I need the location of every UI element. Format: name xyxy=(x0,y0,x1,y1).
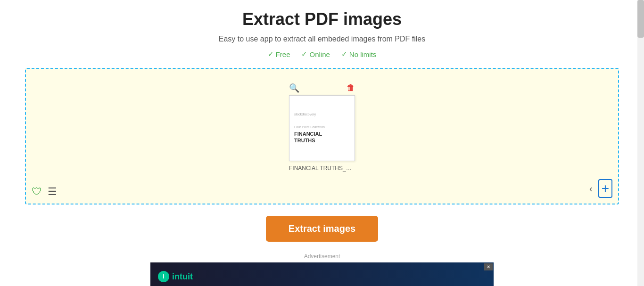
check-icon-free: ✓ xyxy=(268,50,274,58)
page-title: Extract PDF images xyxy=(242,9,402,29)
badge-nolimits: ✓ No limits xyxy=(341,50,377,58)
scrollbar-thumb[interactable] xyxy=(637,0,644,38)
ad-close-button[interactable]: ✕ xyxy=(484,263,493,270)
file-name: FINANCIAL TRUTHS_OC... xyxy=(289,165,355,172)
zoom-icon[interactable]: 🔍 xyxy=(289,83,299,93)
badge-nolimits-label: No limits xyxy=(349,50,377,58)
ad-logo: i intuit xyxy=(158,271,193,282)
badge-online-label: Online xyxy=(309,50,330,58)
file-card-actions: 🔍 🗑 xyxy=(289,83,355,93)
thumb-title-line1: FINANCIAL xyxy=(294,131,322,137)
subtitle: Easy to use app to extract all embeded i… xyxy=(219,35,425,43)
badge-free: ✓ Free xyxy=(268,50,290,58)
check-icon-online: ✓ xyxy=(301,50,307,58)
shield-check-icon: 🛡 xyxy=(32,186,42,198)
scrollbar[interactable] xyxy=(637,0,644,286)
delete-icon[interactable]: 🗑 xyxy=(347,83,355,93)
ad-logo-text: intuit xyxy=(172,272,193,282)
thumb-sub-text: Four Point Collection xyxy=(294,125,325,129)
file-card: 🔍 🗑 stockdiscovery Four Point Collection… xyxy=(289,83,355,172)
badge-online: ✓ Online xyxy=(301,50,330,58)
add-file-icon[interactable]: + xyxy=(598,179,612,198)
advertisement-label: Advertisement xyxy=(304,253,340,260)
thumb-title-line2: TRUTHS xyxy=(294,137,315,144)
extract-images-button[interactable]: Extract images xyxy=(266,216,378,242)
drop-zone[interactable]: 🔍 🗑 stockdiscovery Four Point Collection… xyxy=(25,68,619,204)
file-thumbnail: stockdiscovery Four Point Collection FIN… xyxy=(289,95,355,161)
check-icon-nolimits: ✓ xyxy=(341,50,347,58)
page-wrapper: Extract PDF images Easy to use app to ex… xyxy=(0,0,644,286)
badge-free-label: Free xyxy=(276,50,290,58)
thumb-header-text: stockdiscovery xyxy=(294,113,316,116)
drop-zone-right-icons: ‹ + xyxy=(589,179,612,198)
drop-zone-bottom-icons: 🛡 ☰ xyxy=(32,186,57,198)
list-icon[interactable]: ☰ xyxy=(48,186,57,198)
badges-bar: ✓ Free ✓ Online ✓ No limits xyxy=(268,50,377,58)
ad-banner: i intuit ✕ xyxy=(150,262,494,286)
ad-logo-dot: i xyxy=(158,271,169,282)
prev-icon[interactable]: ‹ xyxy=(589,183,593,194)
ad-close-area: ✕ xyxy=(484,263,493,270)
